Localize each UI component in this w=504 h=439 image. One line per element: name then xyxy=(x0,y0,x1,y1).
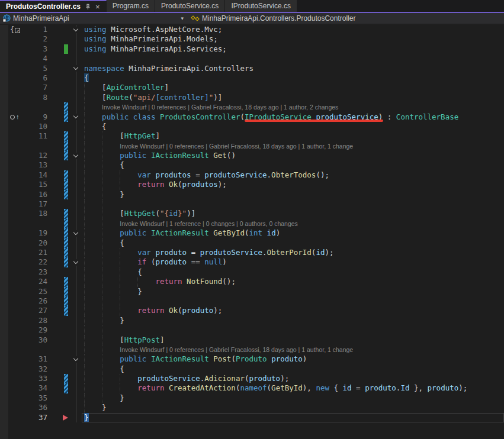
code-text-cell[interactable]: var produtos = produtoService.ObterTodos… xyxy=(82,170,504,180)
code-editor[interactable]: {↗1using Microsoft.AspNetCore.Mvc;2using… xyxy=(0,25,504,439)
code-line[interactable]: 4 xyxy=(0,54,504,63)
code-text-cell[interactable]: } xyxy=(82,413,504,422)
fold-chevron-icon[interactable] xyxy=(73,153,79,159)
code-line[interactable]: 36 } xyxy=(0,403,504,412)
code-text-cell[interactable]: return Ok(produtos); xyxy=(82,180,504,189)
codelens-text-cell[interactable]: Invoke Windsurf | 0 references | Gabriel… xyxy=(82,102,504,112)
code-line[interactable]: 19 public IActionResult GetById(int id) xyxy=(0,228,504,238)
code-line[interactable]: 28 } xyxy=(0,316,504,325)
code-text-cell[interactable]: [Route("api/[controller]")] xyxy=(82,93,504,102)
code-text-cell[interactable]: [HttpPost] xyxy=(82,335,504,345)
code-text-cell[interactable] xyxy=(82,296,504,306)
code-line[interactable]: 11 [HttpGet] xyxy=(0,131,504,141)
code-text-cell[interactable]: } xyxy=(82,316,504,325)
code-text-cell[interactable]: return NotFound(); xyxy=(82,277,504,286)
code-text-cell[interactable]: [HttpGet] xyxy=(82,131,504,141)
code-text-cell[interactable]: public IActionResult Get() xyxy=(82,151,504,160)
code-text-cell[interactable]: public IActionResult GetById(int id) xyxy=(82,228,504,238)
breadcrumb-project-dropdown[interactable]: MinhaPrimeiraApi ▾ xyxy=(0,13,188,24)
codelens-row[interactable]: Invoke Windsurf | 1 reference | 0 change… xyxy=(0,219,504,228)
code-text-cell[interactable]: } xyxy=(82,403,504,412)
tab-produtoservice-cs[interactable]: ProdutoService.cs xyxy=(155,0,225,12)
code-text-cell[interactable]: return CreatedAtAction(nameof(GetById), … xyxy=(82,383,504,393)
code-line[interactable]: 21 var produto = produtoService.ObterPor… xyxy=(0,248,504,257)
code-line[interactable]: 27 return Ok(produto); xyxy=(0,306,504,315)
code-text-cell[interactable]: { xyxy=(82,122,504,131)
code-line[interactable]: 5namespace MinhaPrimeiraApi.Controllers xyxy=(0,64,504,73)
code-line[interactable]: 26 xyxy=(0,296,504,306)
code-text-cell[interactable] xyxy=(82,54,504,63)
code-text-cell[interactable]: var produto = produtoService.ObterPorId(… xyxy=(82,248,504,257)
code-line[interactable]: 16 } xyxy=(0,190,504,199)
code-text-cell[interactable]: } xyxy=(82,190,504,199)
codelens-text[interactable]: Invoke Windsurf | 0 references | Gabriel… xyxy=(84,141,353,151)
code-text-cell[interactable] xyxy=(82,199,504,209)
code-line[interactable]: 30 [HttpPost] xyxy=(0,335,504,345)
code-line[interactable]: 17 xyxy=(0,199,504,209)
codelens-text-cell[interactable]: Invoke Windsurf | 0 references | Gabriel… xyxy=(82,345,504,354)
fold-chevron-icon[interactable] xyxy=(73,65,79,72)
code-line[interactable]: 32 { xyxy=(0,364,504,374)
codelens-text[interactable]: Invoke Windsurf | 1 reference | 0 change… xyxy=(84,219,298,228)
code-text-cell[interactable]: [ApiController] xyxy=(82,83,504,92)
code-text-cell[interactable]: } xyxy=(82,393,504,403)
code-text-cell[interactable]: using MinhaPrimeiraApi.Models; xyxy=(82,34,504,44)
code-text-cell[interactable]: return Ok(produto); xyxy=(82,306,504,315)
inheritance-margin-icon[interactable]: ↑ xyxy=(0,112,27,122)
code-line[interactable]: 23 { xyxy=(0,267,504,277)
code-line[interactable]: 37} xyxy=(0,413,504,422)
code-line[interactable]: 6{ xyxy=(0,73,504,83)
fold-chevron-icon[interactable] xyxy=(73,356,79,363)
code-text-cell[interactable]: { xyxy=(82,238,504,248)
code-text-cell[interactable]: { xyxy=(82,160,504,170)
code-line[interactable]: 22 if (produto == null) xyxy=(0,257,504,267)
code-line[interactable]: 15 return Ok(produtos); xyxy=(0,180,504,189)
code-line[interactable]: 33 produtoService.Adicionar(produto); xyxy=(0,374,504,383)
code-line[interactable]: 14 var produtos = produtoService.ObterTo… xyxy=(0,170,504,180)
code-line[interactable]: 20 { xyxy=(0,238,504,248)
pin-icon[interactable] xyxy=(85,4,91,10)
code-line[interactable]: 25 } xyxy=(0,287,504,296)
code-text-cell[interactable]: public IActionResult Post(Produto produt… xyxy=(82,354,504,364)
code-line[interactable]: 24 return NotFound(); xyxy=(0,277,504,286)
fold-chevron-icon[interactable] xyxy=(73,27,79,33)
code-line[interactable]: 18 [HttpGet("{id}")] xyxy=(0,209,504,218)
breadcrumb-member-dropdown[interactable]: MinhaPrimeiraApi.Controllers.ProdutosCon… xyxy=(188,13,504,24)
fold-chevron-icon[interactable] xyxy=(73,259,79,266)
code-line[interactable]: 35 } xyxy=(0,393,504,403)
tab-produtoscontroller-cs[interactable]: ProdutosController.cs× xyxy=(0,0,107,12)
code-line[interactable]: {↗1using Microsoft.AspNetCore.Mvc; xyxy=(0,25,504,34)
codelens-text[interactable]: Invoke Windsurf | 0 references | Gabriel… xyxy=(84,102,338,112)
code-line[interactable]: 2using MinhaPrimeiraApi.Models; xyxy=(0,34,504,44)
fold-chevron-icon[interactable] xyxy=(73,114,79,120)
codelens-row[interactable]: Invoke Windsurf | 0 references | Gabriel… xyxy=(0,141,504,151)
code-line[interactable]: 7 [ApiController] xyxy=(0,83,504,92)
code-text-cell[interactable]: { xyxy=(82,364,504,374)
code-text-cell[interactable]: public class ProdutosController(IProduto… xyxy=(82,112,504,122)
code-text-cell[interactable]: } xyxy=(82,287,504,296)
codelens-row[interactable]: Invoke Windsurf | 0 references | Gabriel… xyxy=(0,102,504,112)
code-line[interactable]: 31 public IActionResult Post(Produto pro… xyxy=(0,354,504,364)
codelens-text-cell[interactable]: Invoke Windsurf | 1 reference | 0 change… xyxy=(82,219,504,228)
code-line[interactable]: 12 public IActionResult Get() xyxy=(0,151,504,160)
code-line[interactable]: ↑9 public class ProdutosController(IProd… xyxy=(0,112,504,122)
tab-program-cs[interactable]: Program.cs xyxy=(107,0,155,12)
code-text-cell[interactable]: namespace MinhaPrimeiraApi.Controllers xyxy=(82,64,504,73)
code-text-cell[interactable]: produtoService.Adicionar(produto); xyxy=(82,374,504,383)
codelens-text[interactable]: Invoke Windsurf | 0 references | Gabriel… xyxy=(84,345,353,354)
close-icon[interactable]: × xyxy=(95,3,100,11)
code-text-cell[interactable]: if (produto == null) xyxy=(82,257,504,267)
code-line[interactable]: 34 return CreatedAtAction(nameof(GetById… xyxy=(0,383,504,393)
code-text-cell[interactable]: [HttpGet("{id}")] xyxy=(82,209,504,218)
tab-iprodutoservice-cs[interactable]: IProdutoService.cs xyxy=(225,0,297,12)
code-line[interactable]: 10 { xyxy=(0,122,504,131)
code-text-cell[interactable] xyxy=(82,325,504,335)
chevron-down-icon[interactable]: ▾ xyxy=(178,15,186,21)
code-line[interactable]: 29 xyxy=(0,325,504,335)
codelens-text-cell[interactable]: Invoke Windsurf | 0 references | Gabriel… xyxy=(82,141,504,151)
codelens-row[interactable]: Invoke Windsurf | 0 references | Gabriel… xyxy=(0,345,504,354)
fold-chevron-icon[interactable] xyxy=(73,230,79,237)
code-text-cell[interactable]: { xyxy=(82,73,504,83)
code-line[interactable]: 13 { xyxy=(0,160,504,170)
code-text-cell[interactable]: using Microsoft.AspNetCore.Mvc; xyxy=(82,25,504,34)
